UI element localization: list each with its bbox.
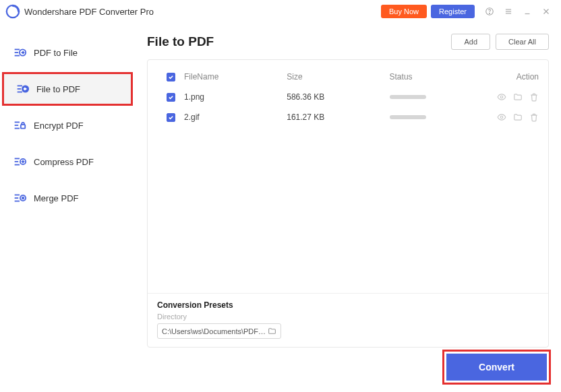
preview-icon[interactable] <box>497 112 506 122</box>
file-to-pdf-icon <box>15 81 30 96</box>
help-icon[interactable] <box>480 2 499 21</box>
file-size: 161.27 KB <box>287 112 389 122</box>
browse-folder-icon[interactable] <box>268 327 276 335</box>
col-status: Status <box>390 72 474 81</box>
select-all-checkbox[interactable] <box>167 73 175 81</box>
file-size: 586.36 KB <box>287 92 389 102</box>
conversion-presets: Conversion Presets Directory C:\Users\ws… <box>148 293 548 347</box>
sidebar-item-merge-pdf[interactable]: Merge PDF <box>0 182 135 214</box>
row-checkbox[interactable] <box>167 93 175 102</box>
buy-now-button[interactable]: Buy Now <box>381 5 427 18</box>
convert-highlight: Convert <box>444 352 549 383</box>
menu-icon[interactable] <box>499 2 518 21</box>
convert-button[interactable]: Convert <box>446 354 547 381</box>
svg-rect-20 <box>21 125 25 129</box>
merge-pdf-icon <box>12 191 27 205</box>
close-icon[interactable] <box>537 2 556 21</box>
add-button[interactable]: Add <box>451 34 490 50</box>
register-button[interactable]: Register <box>431 5 475 18</box>
minimize-icon[interactable] <box>518 2 537 21</box>
sidebar-item-label: File to PDF <box>36 84 80 94</box>
page-title: File to PDF <box>147 34 214 49</box>
presets-title: Conversion Presets <box>157 300 539 310</box>
file-name: 1.png <box>184 92 287 102</box>
col-size: Size <box>287 72 389 81</box>
file-list-panel: FileName Size Status Action 1.png 586.36… <box>147 59 549 348</box>
directory-value: C:\Users\ws\Documents\PDFConvert <box>162 327 268 335</box>
directory-label: Directory <box>157 313 539 321</box>
table-row: 2.gif 161.27 KB <box>157 107 539 127</box>
delete-icon[interactable] <box>529 92 539 102</box>
col-filename: FileName <box>184 72 287 81</box>
table-header: FileName Size Status Action <box>157 67 539 87</box>
svg-point-32 <box>500 116 503 119</box>
row-checkbox[interactable] <box>167 113 175 122</box>
sidebar-item-label: Encrypt PDF <box>34 121 84 131</box>
sidebar-item-label: Merge PDF <box>34 193 78 203</box>
directory-field[interactable]: C:\Users\ws\Documents\PDFConvert <box>157 323 281 339</box>
preview-icon[interactable] <box>497 92 506 102</box>
status-progress <box>390 95 426 99</box>
file-name: 2.gif <box>184 112 287 122</box>
table-row: 1.png 586.36 KB <box>157 87 539 107</box>
sidebar-item-compress-pdf[interactable]: Compress PDF <box>0 145 135 178</box>
sidebar-item-file-to-pdf[interactable]: File to PDF <box>3 73 132 105</box>
open-folder-icon[interactable] <box>513 92 523 102</box>
svg-point-2 <box>490 13 490 13</box>
titlebar: Wondershare PDF Converter Pro Buy Now Re… <box>0 0 561 23</box>
sidebar: PDF to File File to PDF Encrypt PDF Comp… <box>0 23 135 392</box>
sidebar-item-pdf-to-file[interactable]: PDF to File <box>0 36 135 69</box>
main-panel: File to PDF Add Clear All FileName <box>135 23 561 392</box>
pdf-to-file-icon <box>12 45 27 60</box>
sidebar-item-encrypt-pdf[interactable]: Encrypt PDF <box>0 109 135 141</box>
status-progress <box>390 115 426 119</box>
compress-pdf-icon <box>12 154 27 169</box>
sidebar-item-label: PDF to File <box>34 48 78 58</box>
col-action: Action <box>473 72 539 81</box>
encrypt-pdf-icon <box>12 118 27 133</box>
delete-icon[interactable] <box>529 112 539 122</box>
open-folder-icon[interactable] <box>513 112 523 122</box>
app-logo-icon <box>5 4 20 19</box>
sidebar-item-label: Compress PDF <box>34 157 94 167</box>
svg-point-31 <box>500 96 503 98</box>
clear-all-button[interactable]: Clear All <box>496 34 549 50</box>
app-title: Wondershare PDF Converter Pro <box>24 7 154 17</box>
